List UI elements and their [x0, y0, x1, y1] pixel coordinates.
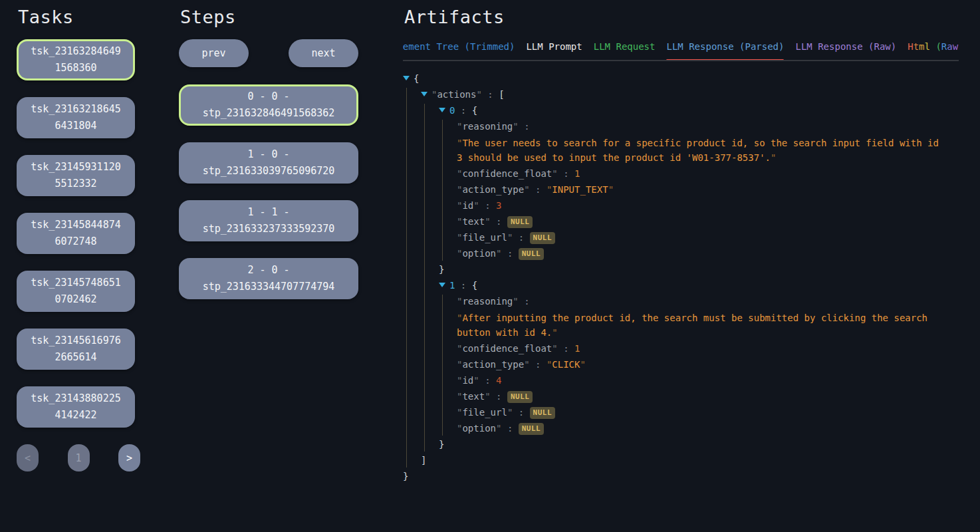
task-button[interactable]: tsk_231632846491568360: [17, 39, 135, 80]
steps-panel: Steps prev next 0 - 0 - stp_231632846491…: [179, 7, 358, 316]
json-leaf-row: "reasoning" :: [457, 120, 959, 134]
json-key: confidence_float: [462, 343, 552, 354]
json-string-block: "The user needs to search for a specific…: [457, 136, 942, 165]
tab-element-tree-trimmed[interactable]: Element Tree (Trimmed): [403, 41, 515, 52]
json-node: "file_url" : NULL: [457, 231, 959, 245]
tab-llm-prompt[interactable]: LLM Prompt: [526, 41, 582, 52]
json-leaf-row: "text" : NULL: [457, 215, 959, 229]
json-string-value: CLICK: [552, 359, 580, 370]
step-button[interactable]: 1 - 0 - stp_231633039765096720: [179, 142, 358, 184]
tasks-panel: Tasks tsk_231632846491568360tsk_23163218…: [17, 7, 140, 471]
json-children: "reasoning" : "After inputting the produ…: [442, 295, 959, 436]
json-node: {"actions" : [0 : {"reasoning" : "The us…: [403, 72, 959, 483]
json-node: "action_type" : "INPUT_TEXT": [457, 183, 959, 197]
json-node: "option" : NULL: [457, 422, 959, 436]
json-node: 0 : {"reasoning" : "The user needs to se…: [439, 104, 959, 277]
steps-nav: prev next: [179, 39, 358, 67]
tab-llm-response-raw[interactable]: LLM Response (Raw): [795, 41, 896, 52]
json-key: text: [462, 216, 485, 227]
tasks-title: Tasks: [18, 7, 140, 27]
json-leaf-row: "id" : 4: [457, 374, 959, 388]
collapse-triangle-icon[interactable]: [439, 108, 445, 112]
json-leaf-row: "action_type" : "INPUT_TEXT": [457, 183, 959, 197]
json-children: "reasoning" : "The user needs to search …: [442, 120, 959, 261]
json-key: actions: [437, 89, 476, 100]
step-button[interactable]: 2 - 0 - stp_231633344707774794: [179, 258, 358, 299]
steps-next-button[interactable]: next: [289, 39, 358, 67]
json-float-value: 1: [574, 168, 580, 179]
task-button[interactable]: tsk_231632186456431804: [17, 97, 135, 138]
json-leaf-row: "confidence_float" : 1: [457, 167, 959, 181]
task-list: tsk_231632846491568360tsk_23163218645643…: [17, 39, 140, 428]
json-leaf-row: "file_url" : NULL: [457, 231, 959, 245]
artifacts-panel: Artifacts Element Tree (Trimmed)LLM Prom…: [403, 7, 959, 485]
step-list: 0 - 0 - stp_2316328464915683621 - 0 - st…: [179, 84, 358, 299]
tab-llm-response-parsed[interactable]: LLM Response (Parsed): [666, 41, 784, 52]
json-node: "confidence_float" : 1: [457, 342, 959, 356]
json-key: action_type: [462, 184, 524, 195]
json-node: "reasoning" : "The user needs to search …: [457, 120, 959, 165]
tab-html-raw[interactable]: Html (Raw): [908, 41, 959, 52]
task-button[interactable]: tsk_231457486510702462: [17, 271, 135, 312]
json-key: file_url: [462, 232, 507, 243]
pagination: < 1 >: [17, 444, 140, 471]
step-button[interactable]: 1 - 1 - stp_231633237333592370: [179, 200, 358, 241]
task-button[interactable]: tsk_231458448746072748: [17, 213, 135, 254]
json-int-value: 3: [496, 200, 501, 211]
json-close-bracket: ]: [421, 455, 426, 466]
collapse-triangle-icon[interactable]: [421, 92, 428, 96]
pagination-prev-button[interactable]: <: [17, 444, 39, 471]
json-close-row: }: [439, 438, 959, 452]
pagination-page-button[interactable]: 1: [68, 444, 90, 471]
json-close-bracket: }: [439, 264, 444, 275]
task-button[interactable]: tsk_231438802254142422: [17, 386, 135, 428]
json-key: reasoning: [462, 296, 513, 307]
null-badge: NULL: [519, 248, 545, 260]
json-leaf-row: "action_type" : "CLICK": [457, 358, 959, 372]
pagination-next-button[interactable]: >: [118, 444, 140, 471]
collapse-triangle-icon[interactable]: [403, 76, 410, 80]
json-close-row: ]: [421, 454, 959, 467]
json-string-block: "After inputting the product id, the sea…: [457, 311, 942, 340]
tab-llm-request[interactable]: LLM Request: [594, 41, 656, 52]
json-node: "reasoning" : "After inputting the produ…: [457, 295, 959, 340]
json-node: "option" : NULL: [457, 247, 959, 261]
json-open-bracket: [: [499, 89, 504, 100]
null-badge: NULL: [519, 423, 545, 435]
json-key: option: [462, 248, 496, 259]
null-badge: NULL: [530, 232, 556, 244]
json-children: 0 : {"reasoning" : "The user needs to se…: [424, 104, 959, 452]
json-open-bracket: {: [414, 73, 419, 84]
steps-title: Steps: [180, 7, 358, 27]
steps-prev-button[interactable]: prev: [179, 39, 249, 67]
json-string-value: After inputting the product id, the sear…: [457, 313, 927, 338]
json-children: "actions" : [0 : {"reasoning" : "The use…: [406, 88, 959, 467]
json-string-value: INPUT_TEXT: [552, 184, 608, 195]
json-close-row: }: [439, 263, 959, 277]
json-leaf-row: "id" : 3: [457, 199, 959, 213]
json-node: "text" : NULL: [457, 390, 959, 404]
task-button[interactable]: tsk_231456169762665614: [17, 329, 135, 370]
json-close-bracket: }: [439, 439, 444, 450]
json-leaf-row: "file_url" : NULL: [457, 406, 959, 420]
step-button[interactable]: 0 - 0 - stp_231632846491568362: [179, 84, 358, 126]
json-key: reasoning: [462, 121, 513, 132]
json-leaf-row: "reasoning" :: [457, 295, 959, 309]
json-node: "file_url" : NULL: [457, 406, 959, 420]
null-badge: NULL: [507, 391, 533, 403]
json-string-value: The user needs to search for a specific …: [457, 138, 939, 163]
collapse-triangle-icon[interactable]: [439, 283, 445, 287]
json-key: option: [462, 423, 496, 434]
json-node: "text" : NULL: [457, 215, 959, 229]
json-expandable-row: {: [403, 72, 959, 86]
json-key: text: [462, 391, 485, 402]
json-int-value: 4: [496, 375, 501, 386]
json-expandable-row: 0 : {: [439, 104, 959, 118]
task-button[interactable]: tsk_231459311205512332: [17, 155, 135, 196]
json-node: "action_type" : "CLICK": [457, 358, 959, 372]
json-leaf-row: "text" : NULL: [457, 390, 959, 404]
json-open-bracket: {: [472, 280, 477, 291]
json-node: 1 : {"reasoning" : "After inputting the …: [439, 279, 959, 452]
json-leaf-row: "option" : NULL: [457, 247, 959, 261]
json-key: file_url: [462, 407, 507, 418]
